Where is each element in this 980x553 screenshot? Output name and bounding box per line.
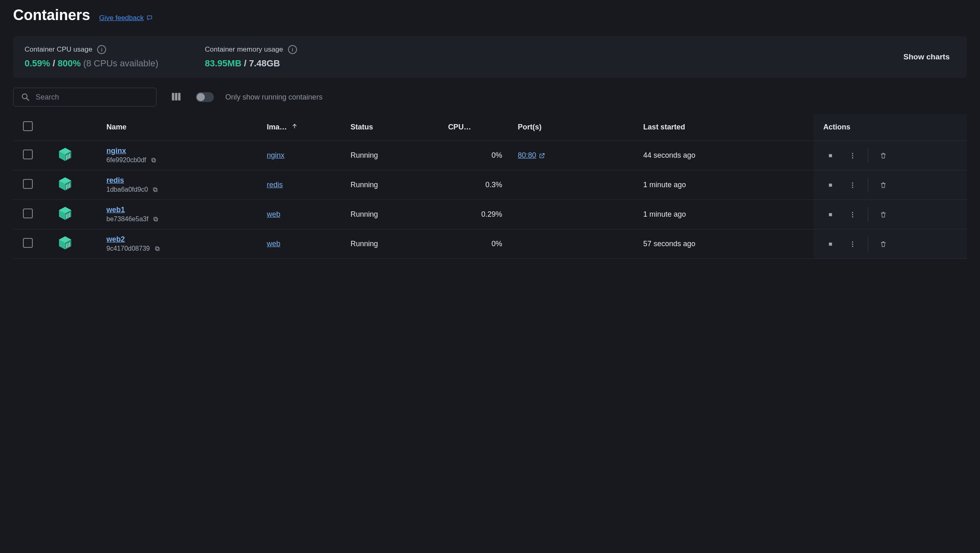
more-actions-button[interactable]: [846, 178, 860, 192]
column-header-name[interactable]: Name: [102, 114, 263, 141]
container-id: be73846e5a3f: [107, 215, 148, 223]
info-icon[interactable]: i: [97, 45, 106, 54]
cpu-cell: 0.29%: [444, 200, 514, 229]
give-feedback-link[interactable]: Give feedback: [99, 14, 153, 22]
container-icon: [58, 177, 73, 191]
container-name-link[interactable]: nginx: [107, 147, 259, 155]
cpu-usage-block: Container CPU usage i 0.59% / 800% (8 CP…: [25, 45, 180, 69]
kebab-icon: [849, 181, 856, 189]
copy-icon: [152, 186, 159, 193]
cpu-cell: 0.3%: [444, 170, 514, 200]
delete-button[interactable]: [876, 237, 890, 251]
cpu-usage-total: 800%: [58, 58, 81, 68]
cpu-usage-sub: (8 CPUs available): [83, 58, 158, 68]
containers-table: Name Ima… Status CPU… Port(s) Last start…: [13, 114, 967, 259]
container-icon: [58, 147, 73, 162]
table-row: web1 be73846e5a3f web Running 0.29% 1 mi…: [13, 200, 967, 229]
copy-id-button[interactable]: [153, 245, 161, 253]
memory-usage-sep: /: [241, 58, 249, 68]
row-checkbox[interactable]: [23, 150, 33, 159]
container-name-link[interactable]: web2: [107, 235, 259, 244]
container-name-link[interactable]: redis: [107, 176, 259, 185]
memory-usage-block: Container memory usage i 83.95MB / 7.48G…: [205, 45, 361, 69]
column-header-cpu[interactable]: CPU…: [444, 114, 514, 141]
trash-icon: [880, 211, 887, 218]
column-header-actions: Actions: [814, 114, 967, 141]
select-all-checkbox[interactable]: [23, 121, 33, 131]
toggle-knob: [197, 93, 205, 101]
last-started-cell: 1 minute ago: [639, 170, 813, 200]
running-only-label: Only show running containers: [225, 93, 322, 102]
table-row: redis 1dba6a0fd9c0 redis Running 0.3% 1 …: [13, 170, 967, 200]
copy-icon: [150, 157, 157, 163]
stop-icon: [827, 240, 834, 248]
status-cell: Running: [346, 141, 444, 170]
actions-divider: [868, 178, 868, 193]
column-header-last-started[interactable]: Last started: [639, 114, 813, 141]
stop-button[interactable]: [823, 149, 837, 163]
column-header-image[interactable]: Ima…: [263, 114, 346, 141]
trash-icon: [880, 240, 887, 248]
stop-icon: [827, 181, 834, 189]
copy-id-button[interactable]: [150, 156, 158, 164]
more-actions-button[interactable]: [846, 237, 860, 251]
delete-button[interactable]: [876, 178, 890, 192]
table-row: nginx 6fe9920cb0df nginx Running 0% 80:8…: [13, 141, 967, 170]
copy-icon: [152, 216, 159, 222]
last-started-cell: 1 minute ago: [639, 200, 813, 229]
image-link[interactable]: web: [267, 240, 280, 248]
column-header-status[interactable]: Status: [346, 114, 444, 141]
delete-button[interactable]: [876, 208, 890, 222]
cpu-usage-value: 0.59%: [25, 58, 50, 68]
column-header-image-label: Ima…: [267, 123, 287, 131]
sort-arrow-up-icon: [291, 123, 298, 129]
more-actions-button[interactable]: [846, 149, 860, 163]
status-cell: Running: [346, 229, 444, 259]
container-id: 9c4170d08739: [107, 245, 150, 252]
image-link[interactable]: redis: [267, 181, 283, 189]
port-text: 80:80: [518, 151, 536, 160]
actions-divider: [868, 207, 868, 222]
search-input[interactable]: [36, 93, 149, 102]
column-header-ports[interactable]: Port(s): [514, 114, 639, 141]
status-cell: Running: [346, 200, 444, 229]
row-checkbox[interactable]: [23, 209, 33, 218]
row-checkbox[interactable]: [23, 238, 33, 248]
search-icon: [21, 93, 30, 102]
delete-button[interactable]: [876, 149, 890, 163]
more-actions-button[interactable]: [846, 208, 860, 222]
feedback-icon: [146, 15, 153, 21]
running-only-toggle[interactable]: [196, 92, 214, 102]
memory-usage-value: 83.95MB: [205, 58, 241, 68]
container-icon: [58, 206, 73, 221]
copy-id-button[interactable]: [151, 186, 159, 194]
info-icon[interactable]: i: [288, 45, 297, 54]
external-link-icon: [539, 152, 545, 159]
columns-icon: [170, 91, 182, 102]
memory-usage-total: 7.48GB: [249, 58, 280, 68]
cpu-cell: 0%: [444, 141, 514, 170]
columns-button[interactable]: [168, 88, 184, 106]
memory-usage-label: Container memory usage: [205, 45, 283, 54]
stop-button[interactable]: [823, 208, 837, 222]
kebab-icon: [849, 211, 856, 218]
container-icon: [58, 236, 73, 250]
copy-id-button[interactable]: [152, 215, 160, 223]
last-started-cell: 44 seconds ago: [639, 141, 813, 170]
kebab-icon: [849, 152, 856, 159]
stop-button[interactable]: [823, 178, 837, 192]
cpu-cell: 0%: [444, 229, 514, 259]
stop-button[interactable]: [823, 237, 837, 251]
port-link[interactable]: 80:80: [518, 151, 545, 160]
give-feedback-label: Give feedback: [99, 14, 144, 22]
image-link[interactable]: web: [267, 210, 280, 218]
search-box[interactable]: [13, 88, 157, 107]
show-charts-button[interactable]: Show charts: [898, 49, 955, 65]
kebab-icon: [849, 240, 856, 248]
status-cell: Running: [346, 170, 444, 200]
trash-icon: [880, 152, 887, 159]
row-checkbox[interactable]: [23, 179, 33, 189]
trash-icon: [880, 181, 887, 189]
container-name-link[interactable]: web1: [107, 206, 259, 214]
image-link[interactable]: nginx: [267, 151, 284, 159]
